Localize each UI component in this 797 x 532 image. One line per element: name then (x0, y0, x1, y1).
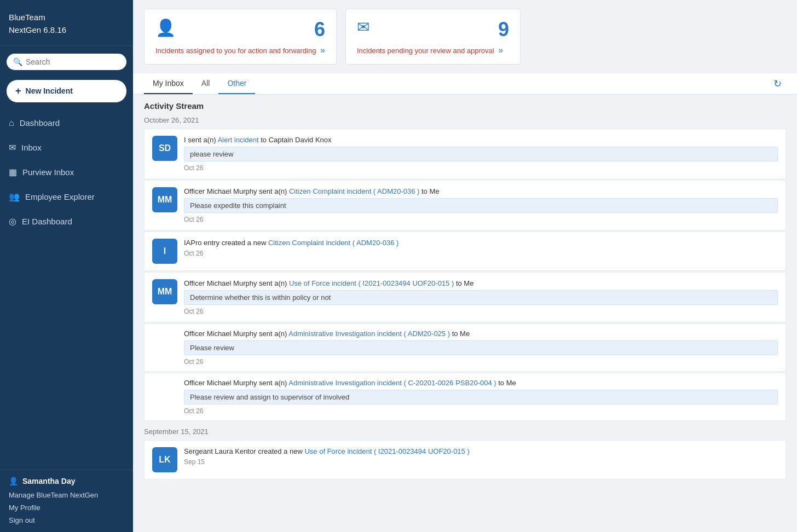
activity-body: IAPro entry created a new Citizen Compla… (184, 239, 778, 257)
activity-body: Officer Michael Murphy sent a(n) Citizen… (184, 187, 778, 223)
sidebar-item-inbox[interactable]: ✉ Inbox (0, 135, 133, 160)
date-label-october: October 26, 2021 (144, 116, 786, 124)
assigned-icon: 👤 (155, 18, 176, 37)
date-label-september: September 15, 2021 (144, 427, 786, 436)
stat-card-pending[interactable]: ✉ 9 Incidents pending your review and ap… (345, 9, 521, 65)
incident-link[interactable]: Citizen Complaint incident ( ADM20-036 ) (268, 239, 399, 247)
activity-body: I sent a(n) Alert incident to Captain Da… (184, 136, 778, 172)
pending-icon: ✉ (357, 18, 369, 36)
assigned-arrow: » (320, 45, 325, 55)
pending-arrow: » (498, 45, 503, 55)
brand-version: NextGen 6.8.16 (9, 25, 66, 34)
activity-text: Sergeant Laura Kentor created a new Use … (184, 447, 778, 455)
activity-message: please review (184, 147, 778, 161)
activity-stream-title: Activity Stream (144, 101, 786, 111)
nav-section: ⌂ Dashboard ✉ Inbox ▦ Purview Inbox 👥 Em… (0, 111, 133, 470)
date-group-october: October 26, 2021 SD I sent a(n) Alert in… (144, 116, 786, 421)
incident-link[interactable]: Use of Force incident ( I2021-0023494 UO… (304, 447, 469, 455)
user-section: 👤 Samantha Day Manage BlueTeam NextGen M… (0, 470, 133, 532)
sidebar-item-dashboard[interactable]: ⌂ Dashboard (0, 111, 133, 135)
search-icon: 🔍 (13, 57, 22, 66)
incident-link[interactable]: Use of Force incident ( I2021-0023494 UO… (289, 279, 454, 287)
activity-text: IAPro entry created a new Citizen Compla… (184, 239, 778, 247)
sidebar-item-employee-explorer[interactable]: 👥 Employee Explorer (0, 184, 133, 209)
tab-all[interactable]: All (193, 73, 219, 94)
sidebar: BlueTeam NextGen 6.8.16 🔍 + New Incident… (0, 0, 133, 532)
avatar: I (152, 239, 177, 264)
activity-date: Oct 26 (184, 407, 778, 415)
refresh-icon[interactable]: ↻ (769, 73, 786, 94)
avatar: MM (152, 279, 177, 304)
user-links: Manage BlueTeam NextGen My Profile Sign … (9, 490, 124, 525)
sidebar-item-dashboard-label: Dashboard (20, 118, 60, 128)
activity-text: Officer Michael Murphy sent a(n) Adminis… (184, 329, 778, 338)
new-incident-button[interactable]: + New Incident (7, 80, 126, 102)
assigned-label-text: Incidents assigned to you for action and… (155, 47, 316, 55)
incident-link[interactable]: Citizen Complaint incident ( ADM20-036 ) (289, 187, 419, 195)
activity-body: Officer Michael Murphy sent a(n) Use of … (184, 279, 778, 315)
brand: BlueTeam NextGen 6.8.16 (0, 0, 133, 46)
activity-text: Officer Michael Murphy sent a(n) Citizen… (184, 187, 778, 195)
list-item: Officer Michael Murphy sent a(n) Adminis… (144, 373, 786, 421)
avatar: SD (152, 136, 177, 161)
list-item: MM Officer Michael Murphy sent a(n) Use … (144, 272, 786, 322)
activity-date: Oct 26 (184, 308, 778, 315)
main-content: 👤 6 Incidents assigned to you for action… (133, 0, 797, 532)
activity-container: Activity Stream October 26, 2021 SD I se… (133, 95, 797, 532)
user-icon: 👤 (9, 477, 18, 485)
search-box[interactable]: 🔍 (7, 54, 126, 70)
list-item: SD I sent a(n) Alert incident to Captain… (144, 129, 786, 179)
sidebar-item-employee-explorer-label: Employee Explorer (25, 192, 95, 201)
pending-label: Incidents pending your review and approv… (357, 45, 509, 55)
stat-card-assigned[interactable]: 👤 6 Incidents assigned to you for action… (144, 9, 337, 65)
brand-name: BlueTeam (9, 13, 45, 22)
employee-icon: 👥 (9, 192, 20, 202)
tabs-left: My Inbox All Other (144, 73, 255, 94)
sidebar-item-ei-dashboard[interactable]: ◎ EI Dashboard (0, 209, 133, 234)
tab-my-inbox[interactable]: My Inbox (144, 73, 193, 94)
search-input[interactable] (26, 57, 120, 66)
manage-link[interactable]: Manage BlueTeam NextGen (9, 490, 124, 500)
activity-text: I sent a(n) Alert incident to Captain Da… (184, 136, 778, 144)
my-profile-link[interactable]: My Profile (9, 502, 124, 513)
assigned-label: Incidents assigned to you for action and… (155, 45, 325, 55)
plus-icon: + (15, 85, 21, 97)
activity-date: Oct 26 (184, 216, 778, 223)
activity-message: Please review (184, 340, 778, 355)
sign-out-link[interactable]: Sign out (9, 515, 124, 525)
list-item: Officer Michael Murphy sent a(n) Adminis… (144, 323, 786, 372)
user-name-label: Samantha Day (22, 477, 75, 485)
purview-icon: ▦ (9, 167, 17, 177)
ei-icon: ◎ (9, 216, 16, 227)
activity-body: Sergeant Laura Kentor created a new Use … (184, 447, 778, 466)
incident-link[interactable]: Alert incident (217, 136, 258, 144)
activity-message: Please review and assign to supervisor o… (184, 390, 778, 404)
sidebar-item-purview-inbox[interactable]: ▦ Purview Inbox (0, 160, 133, 184)
sidebar-item-inbox-label: Inbox (21, 143, 42, 152)
activity-message: Please expedite this complaint (184, 198, 778, 213)
home-icon: ⌂ (9, 118, 14, 128)
tab-other[interactable]: Other (218, 73, 255, 94)
sidebar-item-purview-inbox-label: Purview Inbox (22, 167, 74, 177)
stats-row: 👤 6 Incidents assigned to you for action… (133, 0, 797, 73)
list-item: MM Officer Michael Murphy sent a(n) Citi… (144, 180, 786, 230)
assigned-count: 6 (314, 18, 325, 41)
activity-date: Oct 26 (184, 164, 778, 172)
list-item: LK Sergeant Laura Kentor created a new U… (144, 440, 786, 479)
incident-link[interactable]: Administrative Investigation incident ( … (288, 329, 450, 338)
inbox-icon: ✉ (9, 142, 16, 153)
avatar: LK (152, 447, 177, 472)
tabs-bar: My Inbox All Other ↻ (133, 73, 797, 95)
sidebar-item-ei-dashboard-label: EI Dashboard (22, 217, 72, 226)
avatar: MM (152, 187, 177, 212)
activity-date: Sep 15 (184, 458, 778, 466)
activity-text: Officer Michael Murphy sent a(n) Adminis… (184, 379, 778, 387)
activity-message: Determine whether this is within policy … (184, 290, 778, 305)
activity-text: Officer Michael Murphy sent a(n) Use of … (184, 279, 778, 287)
activity-date: Oct 26 (184, 358, 778, 366)
pending-label-text: Incidents pending your review and approv… (357, 47, 494, 55)
date-group-september: September 15, 2021 LK Sergeant Laura Ken… (144, 427, 786, 479)
incident-link[interactable]: Administrative Investigation incident ( … (288, 379, 496, 387)
new-incident-label: New Incident (26, 86, 73, 95)
user-name: 👤 Samantha Day (9, 477, 124, 485)
